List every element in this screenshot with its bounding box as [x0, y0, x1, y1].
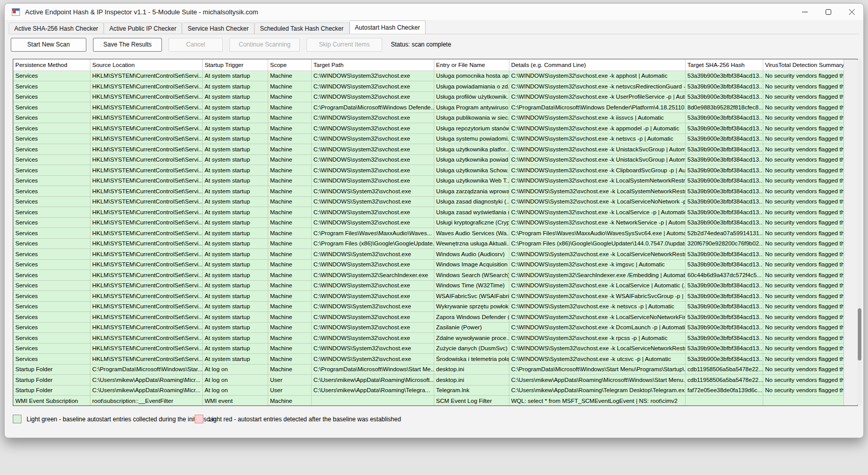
cell: Services	[13, 186, 90, 197]
column-header-entry-or-file-name[interactable]: Entry or File Name	[434, 59, 509, 71]
cell: Usługa pomocnika hosta ap...	[434, 71, 509, 81]
table-row[interactable]: ServicesHKLM\SYSTEM\CurrentControlSet\Se…	[13, 165, 857, 176]
cell: HKLM\SYSTEM\CurrentControlSet\Servi...	[90, 165, 202, 176]
cell: C:\WINDOWS\System32\svchost.exe	[311, 186, 434, 197]
cell: Services	[13, 354, 90, 365]
cell: HKLM\SYSTEM\CurrentControlSet\Servi...	[90, 154, 202, 165]
cell: No security vendors flagged this ...	[763, 207, 843, 218]
table-row[interactable]: ServicesHKLM\SYSTEM\CurrentControlSet\Se…	[13, 312, 857, 323]
cell: No security vendors flagged this ...	[763, 343, 843, 354]
cell: C:\WINDOWS\System32\svchost.exe	[311, 196, 434, 207]
table-row[interactable]: ServicesHKLM\SYSTEM\CurrentControlSet\Se…	[13, 343, 857, 354]
table-row[interactable]: ServicesHKLM\SYSTEM\CurrentControlSet\Se…	[13, 270, 857, 281]
cell: C:\WINDOWS\system32\SearchIndexer.exe /E…	[509, 270, 685, 281]
tab-active-sha-256-hash-checker[interactable]: Active SHA-256 Hash Checker	[9, 22, 104, 34]
column-header-scope[interactable]: Scope	[268, 59, 311, 71]
cell: C:\WINDOWS\system32\svchost.exe -k appho…	[509, 71, 685, 81]
close-button[interactable]	[840, 4, 863, 20]
cell: C:\ProgramData\Microsoft\Windows\Start M…	[311, 364, 434, 375]
cell: At system startup	[202, 354, 268, 365]
table-row[interactable]: ServicesHKLM\SYSTEM\CurrentControlSet\Se…	[13, 123, 857, 134]
cell: C:\ProgramData\Microsoft\Windows Defende…	[311, 102, 434, 113]
column-header-virustotal-detection-summary[interactable]: VirusTotal Detection Summary	[763, 59, 843, 71]
tab-autostart-hash-checker[interactable]: Autostart Hash Checker	[349, 20, 426, 34]
cell: Usługa zasad diagnostyki (...	[434, 196, 509, 207]
table-row[interactable]: ServicesHKLM\SYSTEM\CurrentControlSet\Se…	[13, 102, 857, 113]
cell: Machine	[268, 333, 311, 344]
maximize-button[interactable]	[816, 4, 840, 20]
cell: At system startup	[202, 165, 268, 176]
cell: Windows Image Acquisition ...	[434, 259, 509, 270]
table-row[interactable]: Startup FolderC:\Users\mikew\AppData\Roa…	[13, 385, 857, 396]
table-row[interactable]: Startup FolderC:\ProgramData\Microsoft\W…	[13, 364, 857, 375]
column-header-target-sha-256-hash[interactable]: Target SHA-256 Hash	[685, 59, 763, 71]
cell: At system startup	[202, 249, 268, 260]
cell: Usługa użytkownika powiad...	[434, 154, 509, 165]
cell: C:\WINDOWS\system32\svchost.exe	[311, 154, 434, 165]
table-row[interactable]: Startup FolderC:\Users\mikew\AppData\Roa…	[13, 375, 857, 386]
cell: C:\WINDOWS\system32\svchost.exe -k Unist…	[509, 144, 685, 155]
tab-active-public-ip-checker[interactable]: Active Public IP Checker	[104, 22, 182, 34]
table-row[interactable]: ServicesHKLM\SYSTEM\CurrentControlSet\Se…	[13, 175, 857, 186]
cell: At system startup	[202, 207, 268, 218]
table-row[interactable]: ServicesHKLM\SYSTEM\CurrentControlSet\Se…	[13, 228, 857, 239]
table-row[interactable]: ServicesHKLM\SYSTEM\CurrentControlSet\Se…	[13, 81, 857, 92]
table-row[interactable]: ServicesHKLM\SYSTEM\CurrentControlSet\Se…	[13, 196, 857, 207]
table-row[interactable]: ServicesHKLM\SYSTEM\CurrentControlSet\Se…	[13, 133, 857, 144]
cell: WQL: select * from MSFT_SCMEventLogEvent…	[509, 396, 685, 406]
cell: Machine	[268, 291, 311, 302]
vertical-scrollbar[interactable]	[857, 59, 862, 406]
minimize-button[interactable]	[793, 4, 816, 20]
table-row[interactable]: ServicesHKLM\SYSTEM\CurrentControlSet\Se…	[13, 291, 857, 302]
cell: Machine	[268, 196, 311, 207]
start-new-scan-button[interactable]: Start New Scan	[11, 38, 86, 52]
table-row[interactable]: ServicesHKLM\SYSTEM\CurrentControlSet\Se…	[13, 144, 857, 155]
tab-scheduled-task-hash-checker[interactable]: Scheduled Task Hash Checker	[254, 22, 349, 34]
column-header-startup-trigger[interactable]: Startup Trigger	[202, 59, 268, 71]
cell: Machine	[268, 81, 311, 92]
cell: C:\WINDOWS\system32\svchost.exe	[311, 112, 434, 123]
legend-red-swatch	[195, 415, 203, 423]
cell: C:\WINDOWS\system32\svchost.exe -k Local…	[509, 175, 685, 186]
cell: No security vendors flagged this ...	[763, 259, 843, 270]
scrollbar-thumb[interactable]	[858, 308, 861, 360]
cell: At system startup	[202, 112, 268, 123]
column-header-target-path[interactable]: Target Path	[311, 59, 434, 71]
row-filler	[843, 71, 857, 81]
cell: Telegram.lnk	[434, 385, 509, 396]
table-row[interactable]: ServicesHKLM\SYSTEM\CurrentControlSet\Se…	[13, 71, 857, 81]
table-row[interactable]: ServicesHKLM\SYSTEM\CurrentControlSet\Se…	[13, 259, 857, 270]
table-row[interactable]: ServicesHKLM\SYSTEM\CurrentControlSet\Se…	[13, 207, 857, 218]
table-row[interactable]: ServicesHKLM\SYSTEM\CurrentControlSet\Se…	[13, 333, 857, 344]
save-the-results-button[interactable]: Save The Results	[93, 38, 162, 52]
table-row[interactable]: ServicesHKLM\SYSTEM\CurrentControlSet\Se…	[13, 112, 857, 123]
table-row[interactable]: ServicesHKLM\SYSTEM\CurrentControlSet\Se…	[13, 154, 857, 165]
cell: Machine	[268, 175, 311, 186]
table-row[interactable]: ServicesHKLM\SYSTEM\CurrentControlSet\Se…	[13, 92, 857, 102]
cell: C:\Users\mikew\AppData\Roaming\Microsoft…	[509, 375, 685, 386]
cell: Services	[13, 207, 90, 218]
table-row[interactable]: ServicesHKLM\SYSTEM\CurrentControlSet\Se…	[13, 322, 857, 333]
cell: Services	[13, 112, 90, 123]
table-row[interactable]: ServicesHKLM\SYSTEM\CurrentControlSet\Se…	[13, 280, 857, 291]
row-filler	[843, 133, 857, 144]
table-row[interactable]: ServicesHKLM\SYSTEM\CurrentControlSet\Se…	[13, 238, 857, 249]
row-filler	[843, 102, 857, 113]
column-header-persistence-method[interactable]: Persistence Method	[13, 59, 90, 71]
toolbar: Start New ScanSave The ResultsCancelCont…	[11, 37, 857, 52]
cell: 53a39b900e3bfbf384acd13...	[685, 165, 763, 176]
table-row[interactable]: ServicesHKLM\SYSTEM\CurrentControlSet\Se…	[13, 217, 857, 228]
cell: 53a39b900e3bfbf384acd13...	[685, 112, 763, 123]
tab-service-hash-checker[interactable]: Service Hash Checker	[182, 22, 254, 34]
cell	[763, 396, 843, 406]
table-row[interactable]: ServicesHKLM\SYSTEM\CurrentControlSet\Se…	[13, 186, 857, 197]
cell: HKLM\SYSTEM\CurrentControlSet\Servi...	[90, 249, 202, 260]
cell: HKLM\SYSTEM\CurrentControlSet\Servi...	[90, 322, 202, 333]
table-row[interactable]: WMI Event Subscriptionroot\subscription:…	[13, 396, 857, 406]
cell: Machine	[268, 249, 311, 260]
table-row[interactable]: ServicesHKLM\SYSTEM\CurrentControlSet\Se…	[13, 301, 857, 312]
column-header-source-location[interactable]: Source Location	[90, 59, 202, 71]
column-header-details-e-g-command-line[interactable]: Details (e.g. Command Line)	[509, 59, 685, 71]
table-row[interactable]: ServicesHKLM\SYSTEM\CurrentControlSet\Se…	[13, 249, 857, 260]
table-row[interactable]: ServicesHKLM\SYSTEM\CurrentControlSet\Se…	[13, 354, 857, 365]
